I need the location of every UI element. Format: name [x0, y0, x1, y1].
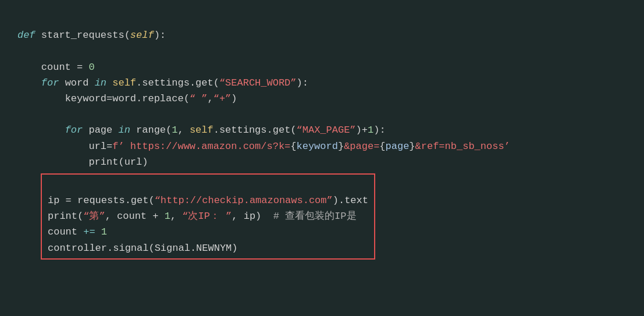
- keyword-for2: for: [65, 125, 83, 136]
- keyword-in2: in: [118, 125, 130, 136]
- highlighted-code-block: ip = requests.get(“http://checkip.amazon…: [41, 173, 375, 260]
- keyword-in: in: [95, 77, 106, 88]
- code-editor: def start_requests(self): count = 0 for …: [17, 12, 627, 170]
- function-name: start_requests: [35, 30, 124, 41]
- keyword-def: def: [17, 30, 35, 41]
- var-count: count: [41, 62, 71, 73]
- keyword-for: for: [41, 77, 59, 88]
